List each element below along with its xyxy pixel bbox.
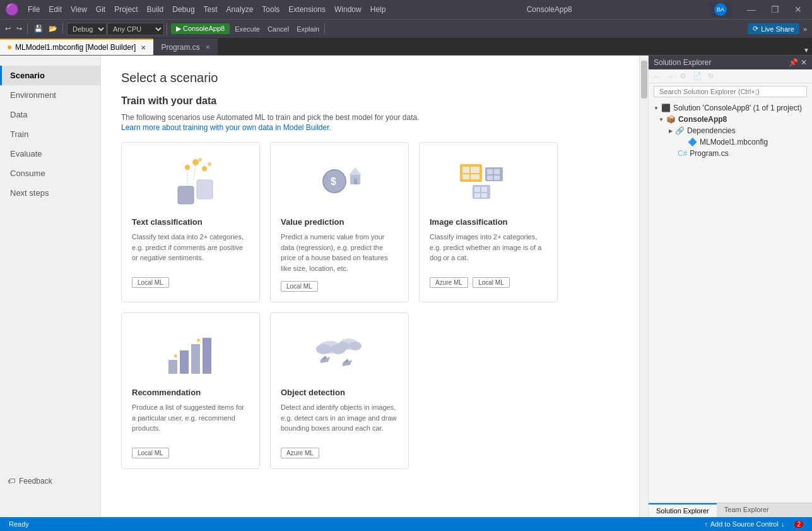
se-pin-button[interactable]: 📌	[789, 58, 798, 67]
menu-analyze[interactable]: Analyze	[223, 4, 257, 15]
card-obj-icon	[281, 323, 398, 380]
card-value-badges: Local ML	[281, 281, 398, 292]
card-value-prediction[interactable]: $ Value prediction Predict a numeric val…	[270, 142, 409, 302]
menu-extensions[interactable]: Extensions	[285, 4, 329, 15]
svg-rect-17	[462, 174, 469, 179]
nav-nextsteps[interactable]: Next steps	[0, 183, 100, 203]
menu-project[interactable]: Project	[110, 4, 141, 15]
content-area: Select a scenario Train with your data T…	[101, 56, 639, 517]
se-refresh-button[interactable]: ↻	[705, 71, 716, 81]
live-share-button[interactable]: ⟳ Live Share	[748, 23, 799, 34]
tree-dependencies[interactable]: ▶ 🔗 Dependencies	[649, 125, 812, 136]
restore-button[interactable]: ❐	[766, 3, 784, 16]
menu-window[interactable]: Window	[331, 4, 365, 15]
card-text-title: Text classification	[132, 217, 249, 227]
menu-build[interactable]: Build	[143, 4, 168, 15]
learn-more-link[interactable]: Learn more about training with your own …	[121, 123, 331, 132]
card-text-classification[interactable]: Text classification Classify text data i…	[121, 142, 260, 302]
platform-select[interactable]: Any CPU	[107, 23, 164, 35]
tree-project-label: ConsoleApp8	[678, 115, 727, 124]
save-button[interactable]: 💾	[32, 23, 45, 34]
menu-view[interactable]: View	[67, 4, 91, 15]
nav-data[interactable]: Data	[0, 105, 100, 124]
status-errors[interactable]: 2	[791, 521, 807, 528]
card-image-desc: Classify images into 2+ categories, e.g.…	[430, 232, 547, 270]
tab-mlmodel[interactable]: MLModel1.mbconfig [Model Builder] ✕	[0, 39, 153, 55]
svg-point-40	[349, 342, 362, 350]
tree-mlmodel-label: MLModel1.mbconfig	[700, 138, 768, 146]
se-show-all-files-button[interactable]: 📄	[690, 71, 704, 81]
nav-train[interactable]: Train	[0, 124, 100, 144]
tab-mlmodel-close[interactable]: ✕	[141, 44, 146, 51]
svg-rect-25	[474, 187, 480, 192]
svg-rect-15	[462, 167, 469, 173]
svg-rect-18	[471, 174, 480, 179]
card-rec-desc: Produce a list of suggested items for a …	[132, 402, 249, 440]
svg-rect-28	[481, 193, 487, 198]
menu-file[interactable]: File	[24, 4, 44, 15]
tab-program[interactable]: Program.cs ✕	[153, 39, 217, 55]
status-ready[interactable]: Ready	[5, 520, 33, 528]
content-scrollbar[interactable]	[639, 56, 648, 517]
tree-solution[interactable]: ▼ ⬛ Solution 'ConsoleApp8' (1 of 1 proje…	[649, 102, 812, 114]
card-image-classification[interactable]: Image classification Classify images int…	[419, 142, 558, 302]
card-rec-title: Recommendation	[132, 388, 249, 397]
vs-logo: 🟣	[5, 3, 19, 16]
toolbar-expand-button[interactable]: »	[801, 24, 809, 34]
card-text-desc: Classify text data into 2+ categories, e…	[132, 232, 249, 270]
run-button[interactable]: ▶ ConsoleApp8	[171, 23, 230, 34]
chevron-icon: ▼	[659, 117, 664, 122]
nav-environment[interactable]: Environment	[0, 85, 100, 105]
svg-rect-30	[180, 350, 189, 374]
scenario-cards-row1: Text classification Classify text data i…	[121, 142, 619, 302]
svg-point-5	[198, 158, 202, 162]
tree-project[interactable]: ▼ 📦 ConsoleApp8	[649, 114, 812, 125]
run-group: ▶ ConsoleApp8 Execute Cancel Explain	[171, 23, 325, 34]
scroll-thumb[interactable]	[641, 61, 647, 98]
ml-icon: 🔷	[688, 138, 697, 146]
menu-git[interactable]: Git	[92, 4, 109, 15]
se-properties-button[interactable]: ⚙	[678, 71, 689, 81]
tab-list-button[interactable]: ▼	[801, 45, 812, 55]
menu-edit[interactable]: Edit	[45, 4, 66, 15]
undo-button[interactable]: ↩	[3, 23, 13, 34]
badge-local-ml-image: Local ML	[473, 277, 510, 288]
cancel-button[interactable]: Cancel	[265, 24, 291, 34]
chevron-icon: ▼	[654, 105, 659, 111]
svg-point-3	[192, 159, 199, 165]
tree-mlmodel[interactable]: 🔷 MLModel1.mbconfig	[649, 136, 812, 148]
tab-mlmodel-label: MLModel1.mbconfig [Model Builder]	[15, 43, 136, 52]
card-rec-icon: ★ ★	[132, 323, 249, 380]
se-forward-button[interactable]: →	[664, 71, 676, 81]
save-all-button[interactable]: 📂	[46, 23, 60, 34]
menu-debug[interactable]: Debug	[168, 4, 198, 15]
tree-program[interactable]: C# Program.cs	[649, 148, 812, 159]
redo-button[interactable]: ↪	[14, 23, 25, 34]
execute-button[interactable]: Execute	[232, 24, 262, 34]
menu-help[interactable]: Help	[367, 4, 390, 15]
close-button[interactable]: ✕	[789, 3, 807, 16]
tab-program-close[interactable]: ✕	[205, 44, 210, 51]
nav-scenario[interactable]: Scenario	[0, 66, 100, 85]
svg-rect-20	[487, 169, 493, 174]
se-back-button[interactable]: ←	[651, 71, 663, 81]
se-search-input[interactable]	[654, 86, 807, 97]
status-source-control[interactable]: ↑ Add to Source Control ↓	[700, 520, 788, 528]
card-object-detection[interactable]: Object detection Detect and identify obj…	[270, 313, 409, 469]
menu-test[interactable]: Test	[200, 4, 221, 15]
nav-evaluate[interactable]: Evaluate	[0, 144, 100, 164]
card-recommendation[interactable]: ★ ★ Recommendation Produce a list of sug…	[121, 313, 260, 469]
scenario-cards-row2: ★ ★ Recommendation Produce a list of sug…	[121, 313, 619, 469]
menu-tools[interactable]: Tools	[258, 4, 283, 15]
se-tab-solution[interactable]: Solution Explorer	[649, 503, 717, 517]
se-tab-team[interactable]: Team Explorer	[717, 503, 777, 517]
card-value-title: Value prediction	[281, 217, 398, 227]
section-description: The following scenarios use Automated ML…	[121, 112, 619, 123]
se-close-button[interactable]: ✕	[801, 58, 807, 67]
feedback-button[interactable]: 🏷 Feedback	[0, 473, 126, 489]
svg-point-36	[316, 344, 331, 354]
nav-consume[interactable]: Consume	[0, 164, 100, 183]
debug-config-select[interactable]: Debug	[67, 23, 107, 35]
minimize-button[interactable]: —	[742, 3, 761, 16]
explain-button[interactable]: Explain	[294, 24, 322, 34]
